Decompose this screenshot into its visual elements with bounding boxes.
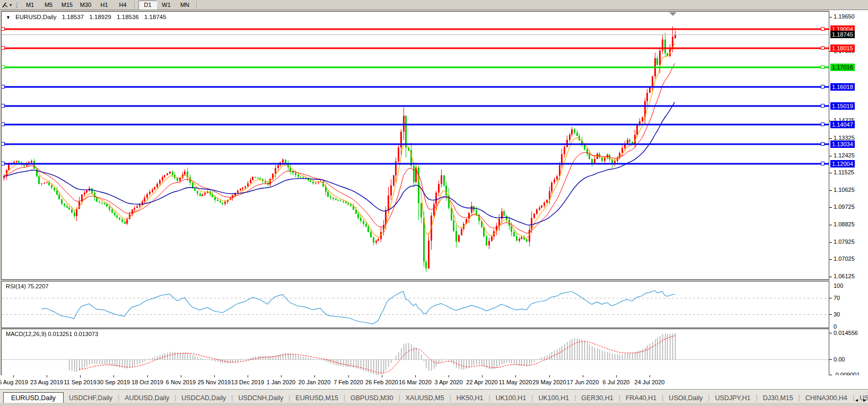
price-tick-label: 1.09725 bbox=[834, 204, 855, 210]
date-axis[interactable]: 5 Aug 201923 Aug 201911 Sep 201930 Sep 2… bbox=[0, 375, 868, 389]
chart-tab-uk100-h1[interactable]: UK100,H1 bbox=[490, 393, 532, 403]
date-tick-label: 1 Jan 2020 bbox=[267, 379, 295, 385]
date-tick-label: 5 Aug 2019 bbox=[0, 379, 28, 385]
date-tick-label: 6 Nov 2019 bbox=[166, 379, 196, 385]
chart-tab-usoil-daily[interactable]: USOil,Daily bbox=[663, 393, 708, 403]
mt4-chart-window: ▾ M1M5M15M30H1H4 D1W1MN ▼ EURUSD,Daily 1… bbox=[0, 0, 868, 406]
rsi-axis-label: 30 bbox=[834, 311, 840, 317]
tab-scroll-arrows: ◂ ▸ bbox=[855, 397, 866, 403]
ohlc-close: 1.18745 bbox=[144, 14, 166, 20]
date-tick-label: 17 Jun 2020 bbox=[567, 379, 599, 385]
date-tick-label: 11 May 2020 bbox=[499, 379, 532, 385]
main-chart-pane[interactable]: ▼ EURUSD,Daily 1.18537 1.18929 1.18536 1… bbox=[1, 11, 829, 280]
chart-tab-gbpusd-m30[interactable]: GBPUSD,M30 bbox=[345, 393, 399, 403]
timeframe-button-d1[interactable]: D1 bbox=[138, 1, 157, 10]
timeframe-button-h1[interactable]: H1 bbox=[95, 1, 113, 10]
date-tick bbox=[113, 375, 114, 377]
chart-tab-usdcnh-daily[interactable]: USDCNH,Daily bbox=[233, 393, 288, 403]
price-tick bbox=[829, 242, 832, 243]
chart-tab-ger30-h1[interactable]: GER30,H1 bbox=[576, 393, 618, 403]
date-tick bbox=[616, 375, 617, 377]
chart-collapse-icon[interactable]: ▼ bbox=[6, 15, 11, 20]
date-tick bbox=[482, 375, 483, 377]
macd-axis-label: 0.014556 bbox=[834, 330, 858, 336]
price-tick bbox=[829, 190, 832, 191]
price-tick-label: 1.06125 bbox=[834, 273, 855, 279]
toolbar-grip-handle[interactable] bbox=[16, 2, 17, 8]
main-chart-canvas[interactable] bbox=[2, 12, 829, 279]
price-tick-label: 1.11525 bbox=[834, 169, 854, 175]
tab-scroll-left-icon[interactable]: ◂ bbox=[855, 397, 858, 403]
chart-symbol-label: EURUSD,Daily bbox=[15, 14, 56, 20]
hline-price-badge: 1.16018 bbox=[830, 83, 855, 91]
chart-tab-uk100-h1[interactable]: UK100,H1 bbox=[533, 393, 574, 403]
timeframe-button-m1[interactable]: M1 bbox=[21, 1, 39, 10]
chart-title: ▼ EURUSD,Daily 1.18537 1.18929 1.18536 1… bbox=[6, 14, 166, 20]
chart-tab-eurusd-daily[interactable]: EURUSD,Daily bbox=[3, 392, 64, 404]
date-tick-label: 25 Nov 2019 bbox=[198, 379, 231, 385]
ohlc-low: 1.18536 bbox=[117, 14, 139, 20]
timeframe-button-h4[interactable]: H4 bbox=[113, 1, 132, 10]
date-tick bbox=[415, 375, 416, 377]
chart-tab-dj30-m15[interactable]: DJ30,M15 bbox=[758, 393, 799, 403]
price-tick-label: 1.07025 bbox=[834, 255, 855, 262]
macd-axis-tick bbox=[829, 333, 832, 333]
price-tick bbox=[829, 225, 832, 225]
macd-indicator-pane[interactable]: MACD(12,26,9) 0.013251 0.013073 bbox=[1, 329, 829, 376]
macd-axis-tick bbox=[829, 359, 832, 360]
date-tick-label: 7 Feb 2020 bbox=[334, 379, 363, 385]
date-tick-label: 3 Apr 2020 bbox=[434, 379, 462, 385]
chart-tab-fra40-h1[interactable]: FRA40,H1 bbox=[620, 393, 662, 403]
chart-tab-china300-h4[interactable]: CHINA300,H4 bbox=[800, 393, 853, 403]
date-tick bbox=[147, 375, 148, 377]
rsi-axis-label: 0 bbox=[834, 323, 837, 330]
date-tick bbox=[248, 375, 248, 377]
date-tick bbox=[549, 375, 550, 377]
chart-tab-xauusd-m5[interactable]: XAUUSD,M5 bbox=[400, 393, 450, 403]
price-tick bbox=[829, 259, 832, 260]
ohlc-high: 1.18929 bbox=[89, 14, 111, 20]
date-tick-label: 20 Jan 2020 bbox=[299, 379, 331, 385]
macd-canvas[interactable] bbox=[2, 329, 829, 375]
date-tick-label: 24 Jul 2020 bbox=[635, 379, 665, 385]
date-tick-label: 6 Jul 2020 bbox=[603, 379, 630, 385]
chevron-down-icon[interactable]: ▾ bbox=[10, 3, 12, 7]
timeframe-button-mn[interactable]: MN bbox=[176, 1, 194, 10]
price-tick bbox=[829, 173, 832, 173]
date-tick-label: 11 Sep 2019 bbox=[64, 379, 97, 385]
rsi-indicator-pane[interactable]: RSI(14) 75.2207 bbox=[1, 281, 829, 328]
price-tick bbox=[829, 138, 832, 139]
macd-label: MACD(12,26,9) 0.013251 0.013073 bbox=[6, 331, 98, 337]
timeframe-button-m5[interactable]: M5 bbox=[39, 1, 58, 10]
date-tick bbox=[314, 375, 315, 377]
chart-tab-audusd-daily[interactable]: AUDUSD,Daily bbox=[119, 393, 174, 403]
date-tick bbox=[515, 375, 516, 377]
date-tick bbox=[13, 375, 14, 377]
timeframe-button-m15[interactable]: M15 bbox=[58, 1, 76, 10]
chart-tab-usdcad-daily[interactable]: USDCAD,Daily bbox=[176, 393, 231, 403]
price-axis[interactable]: 1.196501.178501.142251.133251.124251.115… bbox=[829, 10, 868, 389]
hline-price-badge: 1.14047 bbox=[830, 121, 855, 128]
timeframe-button-w1[interactable]: W1 bbox=[157, 1, 176, 10]
date-tick-label: 22 Apr 2020 bbox=[466, 379, 497, 385]
tab-scroll-right-icon[interactable]: ▸ bbox=[863, 397, 866, 403]
rsi-label: RSI(14) 75.2207 bbox=[6, 283, 49, 289]
date-tick bbox=[281, 375, 282, 377]
price-tick bbox=[829, 277, 832, 277]
chart-tab-usdjpy-h1[interactable]: USDJPY,H1 bbox=[709, 393, 756, 403]
date-tick-label: 18 Oct 2019 bbox=[131, 379, 163, 385]
rsi-canvas[interactable] bbox=[2, 281, 829, 328]
chart-cursor-icon[interactable] bbox=[1, 1, 10, 9]
hline-price-badge: 1.12004 bbox=[830, 160, 855, 167]
chart-tab-eurusd-m15[interactable]: EURUSD,M15 bbox=[290, 393, 344, 403]
timeframe-button-m30[interactable]: M30 bbox=[76, 1, 95, 10]
date-tick-label: 23 Aug 2019 bbox=[30, 379, 63, 385]
toolbar-separator bbox=[197, 1, 198, 8]
chart-tab-hk50-h1[interactable]: HK50,H1 bbox=[451, 393, 489, 403]
price-tick-label: 1.12425 bbox=[834, 152, 855, 158]
date-tick-label: 16 Mar 2020 bbox=[399, 379, 432, 385]
chart-tab-usdchf-daily[interactable]: USDCHF,Daily bbox=[64, 393, 118, 403]
date-tick bbox=[214, 375, 215, 377]
price-tick-label: 1.08825 bbox=[834, 221, 855, 227]
rsi-axis-tick bbox=[829, 298, 832, 298]
